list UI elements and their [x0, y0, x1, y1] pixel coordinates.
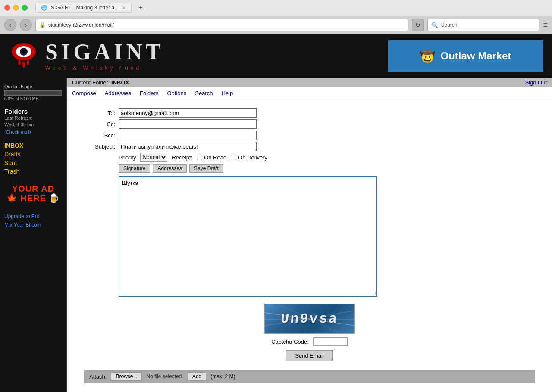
tab-favicon: 🌐 — [41, 5, 47, 11]
logo-icon — [9, 39, 39, 73]
current-folder-label: Current Folder: — [72, 79, 110, 86]
sidebar-item-drafts[interactable]: Drafts — [0, 150, 66, 159]
mix-bitcoin-link[interactable]: Mix Your Bitcoin — [4, 221, 62, 229]
folders-title: Folders — [4, 108, 62, 115]
browser-nav-bar: ‹ › 🔒 ↻ 🔍 ≡ — [0, 16, 552, 34]
outlaw-market-button[interactable]: 🤠 Outlaw Market — [388, 40, 543, 72]
nav-compose[interactable]: Compose — [72, 90, 96, 96]
attach-bar: Attach: Browse... No file selected. Add … — [84, 370, 535, 383]
reload-button[interactable]: ↻ — [412, 19, 424, 31]
svg-point-6 — [27, 60, 29, 65]
last-refresh-line2: Wed, 4:05 pm — [4, 122, 34, 127]
upgrade-pro-link[interactable]: Upgrade to Pro — [4, 212, 62, 221]
outlaw-market-label: Outlaw Market — [440, 50, 511, 62]
nav-options[interactable]: Options — [167, 90, 186, 96]
captcha-code-label: Captcha Code: — [271, 339, 309, 345]
sign-out-link[interactable]: Sign Out — [525, 79, 547, 86]
logo-text-wrap: SIGAINT Weed & Whisky Fund — [45, 41, 164, 71]
nav-addresses[interactable]: Addresses — [105, 90, 131, 96]
sidebar-item-inbox[interactable]: INBOX — [0, 141, 66, 150]
nav-search[interactable]: Search — [195, 90, 213, 96]
subject-label: Subject: — [84, 143, 119, 150]
bcc-field[interactable] — [119, 131, 257, 140]
subject-field[interactable] — [119, 142, 257, 151]
nav-help[interactable]: Help — [221, 90, 233, 96]
priority-row: Priority Normal High Low Receipt: On Rea… — [84, 153, 535, 162]
svg-point-5 — [22, 61, 25, 68]
captcha-code-input[interactable] — [313, 337, 348, 346]
sidebar-item-trash[interactable]: Trash — [0, 167, 66, 176]
on-delivery-checkbox[interactable] — [231, 155, 236, 160]
max-size-text: (max. 2 M) — [210, 373, 235, 380]
back-button[interactable]: ‹ — [4, 19, 16, 31]
search-icon: 🔍 — [431, 22, 438, 28]
quota-section: Quota Usage: 0.0% of 50.00 MB — [0, 82, 66, 106]
url-input[interactable] — [48, 22, 405, 28]
new-tab-button[interactable]: + — [135, 2, 146, 13]
bcc-label: Bcc: — [84, 132, 119, 139]
svg-point-4 — [18, 60, 21, 65]
subject-row: Subject: — [84, 142, 535, 151]
to-label: To: — [84, 110, 119, 116]
site-header: SIGAINT Weed & Whisky Fund 🤠 Outlaw Mark… — [0, 34, 552, 78]
logo-text: SIGAINT — [45, 41, 164, 63]
cc-label: Cc: — [84, 121, 119, 128]
cc-row: Cc: — [84, 119, 535, 129]
forward-button[interactable]: › — [20, 19, 32, 31]
title-bar: 🌐 SIGAINT - Making 3 letter a... ✕ + — [0, 0, 552, 16]
compose-form: To: Cc: Bcc: Subject: Priority — [67, 100, 552, 392]
sidebar-extra-links: Upgrade to Pro Mix Your Bitcoin — [0, 212, 66, 229]
on-read-label: On Read — [204, 154, 226, 161]
logo-subtitle: Weed & Whisky Fund — [45, 65, 164, 71]
traffic-lights — [4, 5, 28, 11]
minimize-window-button[interactable] — [13, 5, 19, 11]
priority-select[interactable]: Normal High Low — [140, 153, 167, 162]
on-read-check-label[interactable]: On Read — [197, 154, 226, 161]
quota-label: Quota Usage: — [4, 84, 62, 89]
captcha-section: Un9vsa Captcha Code: Send Email — [84, 304, 535, 361]
on-delivery-label: On Delivery — [238, 154, 267, 161]
bcc-row: Bcc: — [84, 131, 535, 140]
browser-menu-button[interactable]: ≡ — [543, 21, 548, 30]
captcha-image: Un9vsa — [264, 304, 355, 334]
logo-wrap: SIGAINT Weed & Whisky Fund — [9, 39, 164, 73]
to-row: To: — [84, 108, 535, 118]
email-body-textarea[interactable]: Шутка — [119, 176, 377, 297]
captcha-text: Un9vsa — [280, 311, 339, 327]
to-field[interactable] — [119, 108, 257, 118]
sidebar-item-sent[interactable]: Sent — [0, 159, 66, 167]
attach-label: Attach: — [89, 373, 107, 380]
addresses-button[interactable]: Addresses — [153, 164, 187, 173]
quota-bar-background — [4, 90, 62, 96]
current-folder-name: INBOX — [111, 79, 129, 86]
outlaw-icon: 🤠 — [420, 49, 435, 63]
quota-text: 0.0% of 50.00 MB — [4, 96, 62, 101]
svg-point-3 — [22, 50, 26, 54]
send-email-button[interactable]: Send Email — [286, 350, 332, 361]
add-attachment-button[interactable]: Add — [188, 372, 206, 381]
signature-button[interactable]: Signature — [119, 164, 150, 173]
tab-close-button[interactable]: ✕ — [122, 5, 126, 11]
browser-tab[interactable]: 🌐 SIGAINT - Making 3 letter a... ✕ — [35, 3, 132, 13]
tab-title: SIGAINT - Making 3 letter a... — [51, 5, 119, 11]
browse-button[interactable]: Browse... — [111, 372, 142, 381]
folder-links: INBOX Drafts Sent Trash — [0, 141, 66, 176]
search-input[interactable] — [441, 22, 536, 28]
receipt-label: Receipt: — [172, 154, 192, 161]
ad-beer-icon: 🍺 — [49, 193, 60, 203]
close-window-button[interactable] — [4, 5, 10, 11]
check-mail-link[interactable]: (Check mail) — [4, 129, 31, 134]
last-refresh-line1: Last Refresh: — [4, 115, 32, 121]
nav-folders[interactable]: Folders — [140, 90, 158, 96]
no-file-text: No file selected. — [146, 373, 183, 380]
cc-field[interactable] — [119, 119, 257, 129]
on-read-checkbox[interactable] — [197, 155, 202, 160]
main-panel: Current Folder: INBOX Sign Out Compose A… — [67, 78, 552, 392]
action-buttons: Signature Addresses Save Draft — [84, 164, 535, 173]
priority-label: Priority — [119, 154, 136, 161]
folder-bar-left: Current Folder: INBOX — [72, 79, 129, 86]
maximize-window-button[interactable] — [22, 5, 28, 11]
on-delivery-check-label[interactable]: On Delivery — [231, 154, 267, 161]
save-draft-button[interactable]: Save Draft — [189, 164, 223, 173]
url-bar-container: 🔒 — [35, 19, 408, 31]
